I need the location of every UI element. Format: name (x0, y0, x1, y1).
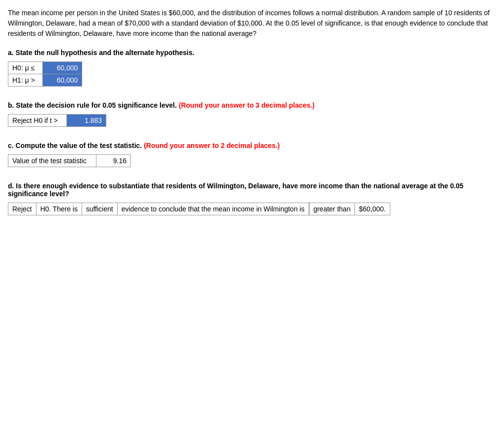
hypothesis-table: H0: μ ≤ 60,000 H1: μ > 60,000 (8, 61, 82, 87)
test-stat-value: 9.16 (96, 154, 131, 167)
part-a-label: a. State the null hypothesis and the alt… (8, 49, 496, 57)
conclusion-cell-3: sufficient (82, 203, 118, 215)
h1-label: H1: μ > (8, 74, 43, 87)
h1-value: 60,000 (43, 74, 82, 87)
part-b-round-note: (Round your answer to 3 decimal places.) (179, 101, 315, 109)
h0-row: H0: μ ≤ 60,000 (8, 62, 82, 74)
conclusion-cell-2: H0. There is (36, 203, 82, 215)
reject-value: 1.883 (67, 114, 106, 127)
part-d-label: d. Is there enough evidence to substanti… (8, 182, 496, 198)
intro-text: The mean income per person in the United… (8, 9, 490, 37)
conclusion-cell-5: greater than (309, 203, 355, 215)
test-stat-label: Value of the test statistic (8, 154, 96, 167)
intro-paragraph: The mean income per person in the United… (8, 8, 496, 39)
part-c-round-note: (Round your answer to 2 decimal places.) (144, 142, 280, 149)
part-d-section: d. Is there enough evidence to substanti… (8, 182, 496, 215)
part-c-section: c. Compute the value of the test statist… (8, 142, 496, 167)
h0-value: 60,000 (43, 62, 82, 74)
test-stat-row: Value of the test statistic 9.16 (8, 154, 496, 167)
part-b-section: b. State the decision rule for 0.05 sign… (8, 101, 496, 127)
reject-label: Reject H0 if t > (8, 114, 67, 127)
conclusion-cell-4: evidence to conclude that the mean incom… (118, 203, 309, 215)
conclusion-cell-1: Reject (8, 203, 36, 215)
part-c-label: c. Compute the value of the test statist… (8, 142, 496, 149)
part-a-section: a. State the null hypothesis and the alt… (8, 49, 496, 87)
conclusion-cell-6: $60,000. (355, 203, 390, 215)
conclusion-row: Reject H0. There is sufficient evidence … (8, 203, 496, 215)
decision-rule-row: Reject H0 if t > 1.883 (8, 114, 496, 127)
h0-label: H0: μ ≤ (8, 62, 43, 74)
part-b-label: b. State the decision rule for 0.05 sign… (8, 101, 496, 109)
h1-row: H1: μ > 60,000 (8, 74, 82, 87)
